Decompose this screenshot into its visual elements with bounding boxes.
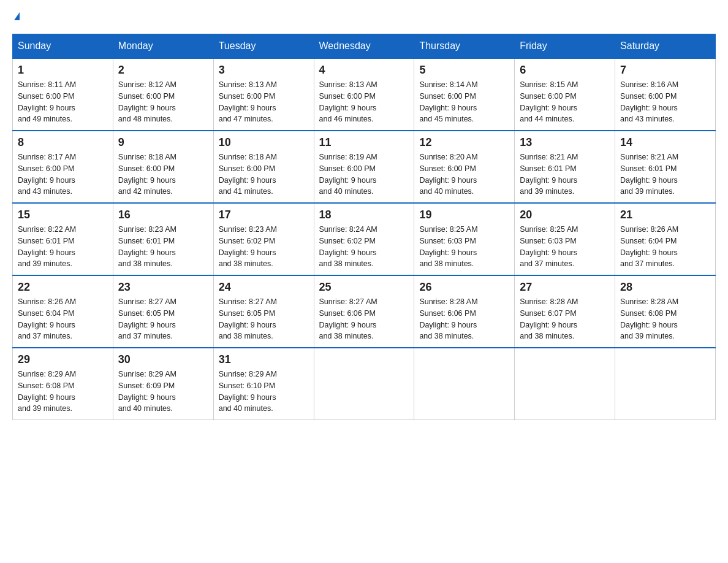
calendar-cell [414, 348, 515, 420]
day-info: Sunrise: 8:21 AMSunset: 6:01 PMDaylight:… [520, 151, 610, 197]
day-info: Sunrise: 8:21 AMSunset: 6:01 PMDaylight:… [620, 151, 710, 197]
day-info: Sunrise: 8:27 AMSunset: 6:05 PMDaylight:… [118, 296, 208, 342]
day-number: 28 [620, 281, 710, 294]
day-number: 14 [620, 136, 710, 149]
calendar-cell [615, 348, 716, 420]
day-info: Sunrise: 8:28 AMSunset: 6:07 PMDaylight:… [520, 296, 610, 342]
day-info: Sunrise: 8:16 AMSunset: 6:00 PMDaylight:… [620, 79, 710, 125]
calendar-cell: 9Sunrise: 8:18 AMSunset: 6:00 PMDaylight… [113, 131, 213, 203]
day-number: 15 [18, 209, 108, 221]
day-info: Sunrise: 8:19 AMSunset: 6:00 PMDaylight:… [319, 151, 409, 197]
day-info: Sunrise: 8:13 AMSunset: 6:00 PMDaylight:… [219, 79, 309, 125]
day-number: 23 [118, 281, 208, 294]
day-info: Sunrise: 8:25 AMSunset: 6:03 PMDaylight:… [419, 224, 509, 270]
day-info: Sunrise: 8:18 AMSunset: 6:00 PMDaylight:… [118, 151, 208, 197]
calendar-cell: 19Sunrise: 8:25 AMSunset: 6:03 PMDayligh… [414, 203, 515, 275]
calendar-week-row: 29Sunrise: 8:29 AMSunset: 6:08 PMDayligh… [13, 348, 716, 420]
day-info: Sunrise: 8:25 AMSunset: 6:03 PMDaylight:… [520, 224, 610, 270]
calendar-cell: 10Sunrise: 8:18 AMSunset: 6:00 PMDayligh… [213, 131, 314, 203]
logo-arrow-icon [14, 12, 20, 20]
day-info: Sunrise: 8:26 AMSunset: 6:04 PMDaylight:… [18, 296, 108, 342]
day-info: Sunrise: 8:18 AMSunset: 6:00 PMDaylight:… [219, 151, 309, 197]
day-info: Sunrise: 8:28 AMSunset: 6:08 PMDaylight:… [620, 296, 710, 342]
day-number: 5 [419, 64, 509, 77]
day-info: Sunrise: 8:26 AMSunset: 6:04 PMDaylight:… [620, 224, 710, 270]
day-info: Sunrise: 8:22 AMSunset: 6:01 PMDaylight:… [18, 224, 108, 270]
day-info: Sunrise: 8:27 AMSunset: 6:06 PMDaylight:… [319, 296, 409, 342]
day-number: 16 [118, 209, 208, 221]
calendar-cell: 16Sunrise: 8:23 AMSunset: 6:01 PMDayligh… [113, 203, 213, 275]
calendar-cell: 20Sunrise: 8:25 AMSunset: 6:03 PMDayligh… [515, 203, 615, 275]
logo [12, 12, 20, 21]
day-info: Sunrise: 8:27 AMSunset: 6:05 PMDaylight:… [219, 296, 309, 342]
calendar-cell: 11Sunrise: 8:19 AMSunset: 6:00 PMDayligh… [314, 131, 414, 203]
calendar-table: SundayMondayTuesdayWednesdayThursdayFrid… [12, 34, 716, 420]
day-info: Sunrise: 8:29 AMSunset: 6:08 PMDaylight:… [18, 369, 108, 415]
day-number: 31 [219, 353, 309, 366]
day-number: 19 [419, 209, 509, 221]
calendar-week-row: 15Sunrise: 8:22 AMSunset: 6:01 PMDayligh… [13, 203, 716, 275]
day-number: 30 [118, 353, 208, 366]
calendar-cell: 18Sunrise: 8:24 AMSunset: 6:02 PMDayligh… [314, 203, 414, 275]
calendar-cell: 1Sunrise: 8:11 AMSunset: 6:00 PMDaylight… [13, 58, 113, 131]
calendar-week-row: 22Sunrise: 8:26 AMSunset: 6:04 PMDayligh… [13, 275, 716, 348]
day-number: 24 [219, 281, 309, 294]
calendar-cell: 27Sunrise: 8:28 AMSunset: 6:07 PMDayligh… [515, 275, 615, 348]
calendar-cell: 8Sunrise: 8:17 AMSunset: 6:00 PMDaylight… [13, 131, 113, 203]
day-info: Sunrise: 8:29 AMSunset: 6:09 PMDaylight:… [118, 369, 208, 415]
calendar-cell: 2Sunrise: 8:12 AMSunset: 6:00 PMDaylight… [113, 58, 213, 131]
day-info: Sunrise: 8:11 AMSunset: 6:00 PMDaylight:… [18, 79, 108, 125]
calendar-cell: 23Sunrise: 8:27 AMSunset: 6:05 PMDayligh… [113, 275, 213, 348]
weekday-header-row: SundayMondayTuesdayWednesdayThursdayFrid… [13, 34, 716, 59]
calendar-cell: 25Sunrise: 8:27 AMSunset: 6:06 PMDayligh… [314, 275, 414, 348]
day-info: Sunrise: 8:29 AMSunset: 6:10 PMDaylight:… [219, 369, 309, 415]
calendar-cell: 31Sunrise: 8:29 AMSunset: 6:10 PMDayligh… [213, 348, 314, 420]
day-number: 17 [219, 209, 309, 221]
calendar-cell [515, 348, 615, 420]
calendar-cell [314, 348, 414, 420]
day-info: Sunrise: 8:28 AMSunset: 6:06 PMDaylight:… [419, 296, 509, 342]
day-number: 8 [18, 136, 108, 149]
day-number: 11 [319, 136, 409, 149]
day-number: 10 [219, 136, 309, 149]
calendar-week-row: 1Sunrise: 8:11 AMSunset: 6:00 PMDaylight… [13, 58, 716, 131]
day-info: Sunrise: 8:17 AMSunset: 6:00 PMDaylight:… [18, 151, 108, 197]
calendar-cell: 26Sunrise: 8:28 AMSunset: 6:06 PMDayligh… [414, 275, 515, 348]
day-info: Sunrise: 8:23 AMSunset: 6:01 PMDaylight:… [118, 224, 208, 270]
calendar-cell: 3Sunrise: 8:13 AMSunset: 6:00 PMDaylight… [213, 58, 314, 131]
calendar-cell: 4Sunrise: 8:13 AMSunset: 6:00 PMDaylight… [314, 58, 414, 131]
weekday-header-tuesday: Tuesday [213, 34, 314, 59]
calendar-cell: 17Sunrise: 8:23 AMSunset: 6:02 PMDayligh… [213, 203, 314, 275]
calendar-cell: 30Sunrise: 8:29 AMSunset: 6:09 PMDayligh… [113, 348, 213, 420]
day-info: Sunrise: 8:12 AMSunset: 6:00 PMDaylight:… [118, 79, 208, 125]
day-number: 2 [118, 64, 208, 77]
weekday-header-friday: Friday [515, 34, 615, 59]
calendar-week-row: 8Sunrise: 8:17 AMSunset: 6:00 PMDaylight… [13, 131, 716, 203]
calendar-cell: 28Sunrise: 8:28 AMSunset: 6:08 PMDayligh… [615, 275, 716, 348]
page-header [12, 12, 716, 21]
day-number: 9 [118, 136, 208, 149]
day-number: 13 [520, 136, 610, 149]
day-number: 3 [219, 64, 309, 77]
weekday-header-wednesday: Wednesday [314, 34, 414, 59]
day-number: 26 [419, 281, 509, 294]
weekday-header-thursday: Thursday [414, 34, 515, 59]
day-info: Sunrise: 8:13 AMSunset: 6:00 PMDaylight:… [319, 79, 409, 125]
day-number: 27 [520, 281, 610, 294]
calendar-cell: 12Sunrise: 8:20 AMSunset: 6:00 PMDayligh… [414, 131, 515, 203]
calendar-cell: 13Sunrise: 8:21 AMSunset: 6:01 PMDayligh… [515, 131, 615, 203]
calendar-cell: 15Sunrise: 8:22 AMSunset: 6:01 PMDayligh… [13, 203, 113, 275]
weekday-header-saturday: Saturday [615, 34, 716, 59]
day-info: Sunrise: 8:15 AMSunset: 6:00 PMDaylight:… [520, 79, 610, 125]
calendar-cell: 5Sunrise: 8:14 AMSunset: 6:00 PMDaylight… [414, 58, 515, 131]
calendar-cell: 6Sunrise: 8:15 AMSunset: 6:00 PMDaylight… [515, 58, 615, 131]
day-number: 29 [18, 353, 108, 366]
calendar-cell: 7Sunrise: 8:16 AMSunset: 6:00 PMDaylight… [615, 58, 716, 131]
calendar-cell: 24Sunrise: 8:27 AMSunset: 6:05 PMDayligh… [213, 275, 314, 348]
day-number: 1 [18, 64, 108, 77]
day-number: 4 [319, 64, 409, 77]
day-info: Sunrise: 8:14 AMSunset: 6:00 PMDaylight:… [419, 79, 509, 125]
day-info: Sunrise: 8:24 AMSunset: 6:02 PMDaylight:… [319, 224, 409, 270]
day-number: 6 [520, 64, 610, 77]
day-number: 20 [520, 209, 610, 221]
